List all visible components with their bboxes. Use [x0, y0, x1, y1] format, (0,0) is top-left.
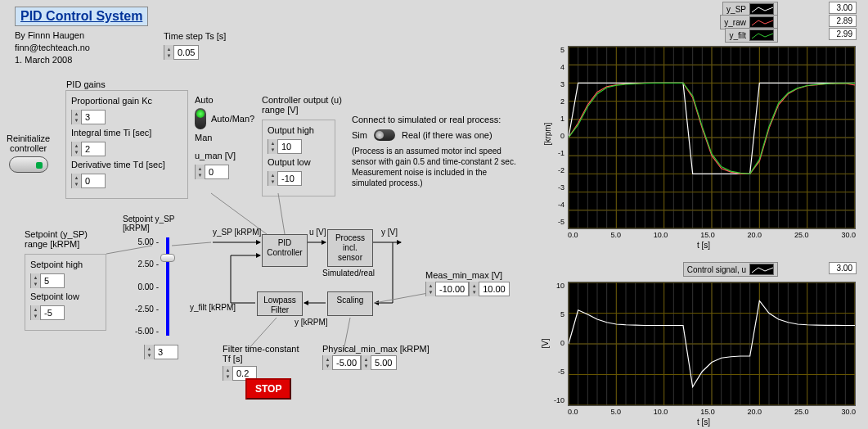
outlow-label: Output low	[268, 157, 330, 167]
sig-yfilt: y_filt [kRPM]	[190, 303, 236, 312]
splow-label: Setpoint low	[30, 291, 101, 301]
u-value: 3.00	[829, 262, 857, 274]
phys-max-input[interactable]: 5.00	[361, 355, 396, 370]
ytick: -3	[550, 183, 564, 192]
xtick: 25.0	[794, 231, 809, 239]
ti-input[interactable]: 2	[71, 142, 106, 156]
block-pid: PID Controller	[262, 234, 308, 267]
legend-yraw: y_raw	[724, 18, 746, 27]
stepper-icon[interactable]	[72, 142, 82, 156]
outhigh-input[interactable]: 10	[268, 139, 302, 154]
uman-input[interactable]: 0	[195, 165, 229, 179]
stepper-icon[interactable]	[223, 366, 233, 381]
xtick: 30.0	[841, 231, 856, 239]
outlow-input[interactable]: -10	[268, 171, 302, 186]
author-date: 1. March 2008	[15, 54, 90, 66]
ytick: -5	[550, 368, 564, 376]
xtick: 5.0	[610, 231, 621, 239]
splow-input[interactable]: -5	[30, 305, 65, 320]
stepper-icon[interactable]	[470, 282, 479, 296]
simreal-sub: Simulated/real	[322, 269, 375, 278]
meas-max-input[interactable]: 10.00	[469, 282, 510, 296]
ctrlout-title: Controller output (u) range [V]	[262, 95, 342, 115]
td-input[interactable]: 0	[71, 174, 106, 188]
stepper-icon[interactable]	[72, 174, 82, 188]
stepper-icon[interactable]	[145, 345, 155, 359]
slider-thumb[interactable]	[160, 254, 175, 262]
ytick: 2	[550, 97, 564, 106]
xtick: 10.0	[654, 231, 668, 239]
legend-swatch-icon	[749, 16, 774, 28]
stepper-icon[interactable]	[164, 45, 174, 60]
automan-question: Auto/Man?	[211, 114, 254, 124]
stepper-icon[interactable]	[268, 139, 278, 154]
xtick: 10.0	[654, 408, 668, 416]
legend-swatch-icon	[749, 3, 774, 15]
slider-tick: 5.00 -	[131, 237, 159, 246]
reinit-button[interactable]	[9, 156, 48, 173]
stepper-icon[interactable]	[196, 165, 205, 179]
svg-line-5	[278, 193, 285, 234]
slider-tick: -5.00 -	[131, 327, 159, 336]
slider-tick: -2.50 -	[131, 305, 159, 314]
chart1-xlabel: t [s]	[697, 241, 710, 250]
sphigh-label: Setpoint high	[30, 260, 101, 269]
xtick: 25.0	[794, 408, 809, 416]
stepper-icon[interactable]	[31, 305, 41, 320]
legend-u: Control signal, u	[687, 265, 746, 274]
ytick: -1	[550, 149, 564, 157]
yfilt-value: 2.99	[829, 28, 857, 40]
svg-line-6	[172, 242, 211, 246]
real-label: Real (if there was one)	[402, 130, 492, 140]
xtick: 5.0	[610, 408, 621, 416]
auto-man-toggle[interactable]	[195, 108, 206, 129]
legend-swatch-icon	[749, 29, 774, 41]
stepper-icon[interactable]	[268, 171, 278, 186]
ytick: -5	[550, 218, 564, 226]
chart1-ylabel: [krpm]	[543, 123, 552, 146]
xtick: 30.0	[841, 408, 856, 416]
ytick: 4	[550, 63, 564, 71]
sig-ysp: y_SP [kRPM]	[213, 228, 261, 237]
stepper-icon[interactable]	[31, 273, 41, 288]
stepper-icon[interactable]	[72, 110, 82, 124]
timestep-label: Time step Ts [s]	[164, 31, 226, 41]
xtick: 0.0	[568, 231, 578, 239]
man-label: Man	[195, 133, 254, 142]
xtick: 15.0	[700, 231, 715, 239]
sim-label: Sim	[352, 130, 367, 140]
stepper-icon[interactable]	[426, 282, 436, 296]
stepper-icon[interactable]	[362, 355, 371, 370]
kc-label: Proportional gain Kc	[71, 96, 182, 106]
slider-tick: 2.50 -	[131, 260, 159, 269]
outhigh-label: Output high	[268, 125, 330, 135]
auto-label: Auto	[195, 95, 254, 105]
chart2-plot[interactable]	[568, 282, 856, 406]
sim-real-toggle[interactable]	[374, 129, 395, 141]
ytick: -10	[550, 396, 564, 404]
ytick: -2	[550, 166, 564, 174]
legend-yfilt: y_filt	[729, 31, 746, 40]
stop-button[interactable]: STOP	[245, 378, 291, 400]
slider-value-input[interactable]: 3	[144, 345, 178, 359]
ytick: -4	[550, 201, 564, 209]
phys-min-input[interactable]: -5.00	[322, 355, 361, 370]
kc-input[interactable]: 3	[71, 110, 106, 124]
block-scaling: Scaling	[327, 291, 373, 316]
stepper-icon[interactable]	[323, 355, 333, 370]
author-block: By Finnn Haugen finn@techteach.no 1. Mar…	[15, 29, 90, 66]
meas-min-input[interactable]: -10.00	[425, 282, 469, 296]
timestep-input[interactable]: 0.05	[164, 45, 199, 60]
phys-label: Physical_min_max [kRPM]	[322, 344, 430, 354]
chart1-plot[interactable]	[568, 46, 856, 229]
ytick: 10	[550, 282, 564, 290]
slider-title: Setpoint y_SP [kRPM]	[123, 214, 174, 233]
ytick: 5	[550, 310, 564, 318]
xtick: 0.0	[568, 408, 578, 416]
setpoint-slider[interactable]: 5.00 - 2.50 - 0.00 - -2.50 - -5.00 -	[160, 237, 175, 336]
app-title: PID Control System	[15, 7, 148, 26]
sig-ykrpm: y [kRPM]	[295, 318, 328, 327]
ytick: 5	[550, 46, 564, 54]
sphigh-input[interactable]: 5	[30, 273, 65, 288]
sig-u: u [V]	[309, 228, 326, 237]
